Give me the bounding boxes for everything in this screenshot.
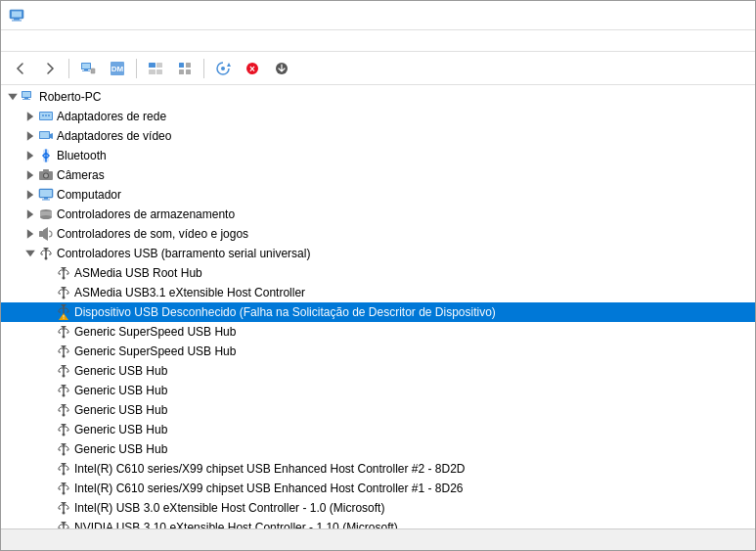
item-label-usb11: Intel(R) C610 series/X99 chipset USB Enh… bbox=[74, 482, 464, 495]
tree-item-usb13[interactable]: NVIDIA USB 3.10 eXtensible Host Controll… bbox=[1, 518, 755, 528]
icon-monitor bbox=[38, 187, 54, 203]
item-label-usb-unknown: Dispositivo USB Desconhecido (Falha na S… bbox=[74, 305, 496, 319]
item-label-usb9: Generic USB Hub bbox=[74, 442, 167, 456]
content-area: Roberto-PCAdaptadores de redeAdaptadores… bbox=[1, 85, 755, 528]
tree-item-usb7[interactable]: Generic USB Hub bbox=[1, 400, 755, 420]
update-driver-button[interactable]: × bbox=[239, 56, 266, 81]
tree-item-usb12[interactable]: Intel(R) USB 3.0 eXtensible Host Control… bbox=[1, 498, 755, 518]
icon-usb bbox=[56, 520, 71, 528]
tree-item-usb4[interactable]: Generic SuperSpeed USB Hub bbox=[1, 342, 755, 361]
svg-rect-17 bbox=[179, 69, 184, 74]
computer-properties-button[interactable] bbox=[74, 56, 102, 81]
svg-point-61 bbox=[63, 297, 66, 299]
icon-usb-warn: ! bbox=[56, 304, 71, 320]
tree-item-usb-root[interactable]: Controladores USB (barramento serial uni… bbox=[1, 244, 755, 263]
svg-marker-23 bbox=[8, 94, 18, 100]
icon-usb bbox=[56, 383, 71, 398]
icon-usb bbox=[56, 285, 71, 300]
svg-point-57 bbox=[45, 257, 48, 260]
menu-arquivo[interactable] bbox=[5, 39, 21, 43]
svg-rect-49 bbox=[42, 200, 50, 201]
svg-point-32 bbox=[45, 115, 47, 116]
svg-rect-8 bbox=[91, 69, 95, 73]
tree-item-usb11[interactable]: Intel(R) C610 series/X99 chipset USB Enh… bbox=[1, 479, 755, 498]
tree-item-usb5[interactable]: Generic USB Hub bbox=[1, 361, 755, 381]
tree-item-sound[interactable]: Controladores de som, vídeo e jogos bbox=[1, 224, 755, 244]
expand-btn-usb1 bbox=[40, 265, 56, 281]
device-tree[interactable]: Roberto-PCAdaptadores de redeAdaptadores… bbox=[1, 85, 755, 528]
expand-btn-cameras[interactable] bbox=[22, 167, 38, 183]
svg-point-31 bbox=[42, 115, 44, 116]
item-label-usb6: Generic USB Hub bbox=[74, 384, 167, 397]
menu-acao[interactable] bbox=[21, 39, 36, 43]
icon-usb bbox=[56, 500, 71, 516]
device-manager-button[interactable]: DM bbox=[104, 56, 131, 81]
close-button[interactable] bbox=[702, 6, 747, 25]
svg-rect-12 bbox=[156, 63, 162, 68]
tree-item-cameras[interactable]: Câmeras bbox=[1, 165, 755, 185]
tree-item-computer[interactable]: Computador bbox=[1, 185, 755, 205]
tree-item-usb6[interactable]: Generic USB Hub bbox=[1, 381, 755, 400]
tree-item-usb-unknown[interactable]: !Dispositivo USB Desconhecido (Falha na … bbox=[1, 302, 755, 322]
expand-btn-video[interactable] bbox=[22, 128, 38, 144]
expand-btn-computer[interactable] bbox=[22, 187, 38, 203]
item-label-video: Adaptadores de vídeo bbox=[57, 129, 171, 143]
svg-point-79 bbox=[63, 453, 66, 456]
icon-sound bbox=[38, 226, 54, 242]
icon-storage bbox=[38, 207, 54, 222]
svg-rect-1 bbox=[12, 11, 22, 17]
tree-item-usb1[interactable]: ASMedia USB Root Hub bbox=[1, 263, 755, 283]
icon-video bbox=[38, 128, 54, 144]
toolbar-sep-1 bbox=[68, 59, 69, 78]
svg-marker-56 bbox=[25, 251, 35, 256]
item-label-sound: Controladores de som, vídeo e jogos bbox=[57, 227, 248, 241]
minimize-button[interactable] bbox=[608, 6, 653, 25]
svg-text:DM: DM bbox=[111, 65, 124, 73]
svg-marker-50 bbox=[27, 209, 33, 219]
expand-btn-usb5 bbox=[40, 363, 56, 379]
tree-item-usb2[interactable]: ASMedia USB3.1 eXtensible Host Controlle… bbox=[1, 283, 755, 302]
resources-button[interactable] bbox=[171, 56, 199, 81]
expand-btn-storage[interactable] bbox=[22, 207, 38, 222]
expand-btn-usb-unknown bbox=[40, 304, 56, 320]
item-label-usb3: Generic SuperSpeed USB Hub bbox=[74, 325, 236, 339]
tree-item-usb10[interactable]: Intel(R) C610 series/X99 chipset USB Enh… bbox=[1, 459, 755, 479]
expand-btn-usb11 bbox=[40, 481, 56, 496]
show-hidden-button[interactable] bbox=[142, 56, 169, 81]
tree-item-usb9[interactable]: Generic USB Hub bbox=[1, 439, 755, 459]
svg-rect-2 bbox=[14, 19, 20, 21]
expand-btn-usb-root[interactable] bbox=[22, 246, 38, 261]
expand-btn-network[interactable] bbox=[22, 109, 38, 124]
tree-item-usb8[interactable]: Generic USB Hub bbox=[1, 420, 755, 439]
menu-bar bbox=[1, 30, 755, 52]
toolbar-sep-3 bbox=[203, 59, 204, 78]
tree-item-bluetooth[interactable]: Bluetooth bbox=[1, 146, 755, 165]
scan-hardware-button[interactable] bbox=[209, 56, 237, 81]
expand-btn-bluetooth[interactable] bbox=[22, 148, 38, 163]
tree-item-usb3[interactable]: Generic SuperSpeed USB Hub bbox=[1, 322, 755, 342]
svg-point-33 bbox=[48, 115, 50, 116]
svg-rect-5 bbox=[82, 64, 90, 69]
item-label-computer: Computador bbox=[57, 188, 121, 202]
expand-btn-root[interactable] bbox=[5, 89, 21, 105]
item-label-usb7: Generic USB Hub bbox=[74, 403, 167, 417]
tree-item-root[interactable]: Roberto-PC bbox=[1, 87, 755, 107]
forward-button[interactable] bbox=[36, 56, 64, 81]
item-label-usb10: Intel(R) C610 series/X99 chipset USB Enh… bbox=[74, 462, 466, 476]
icon-usb bbox=[56, 422, 71, 437]
maximize-button[interactable] bbox=[655, 6, 700, 25]
tree-item-network[interactable]: Adaptadores de rede bbox=[1, 107, 755, 126]
svg-marker-34 bbox=[27, 131, 33, 141]
expand-btn-sound[interactable] bbox=[22, 226, 38, 242]
item-label-usb1: ASMedia USB Root Hub bbox=[74, 266, 202, 280]
download-button[interactable] bbox=[268, 56, 295, 81]
menu-ajuda[interactable] bbox=[52, 39, 67, 43]
tree-item-storage[interactable]: Controladores de armazenamento bbox=[1, 205, 755, 224]
menu-exibir[interactable] bbox=[36, 39, 52, 43]
back-button[interactable] bbox=[7, 56, 34, 81]
expand-btn-usb13 bbox=[40, 520, 56, 528]
svg-rect-16 bbox=[186, 63, 191, 68]
toolbar-sep-2 bbox=[136, 59, 137, 78]
tree-item-video[interactable]: Adaptadores de vídeo bbox=[1, 126, 755, 146]
svg-rect-48 bbox=[44, 198, 48, 200]
